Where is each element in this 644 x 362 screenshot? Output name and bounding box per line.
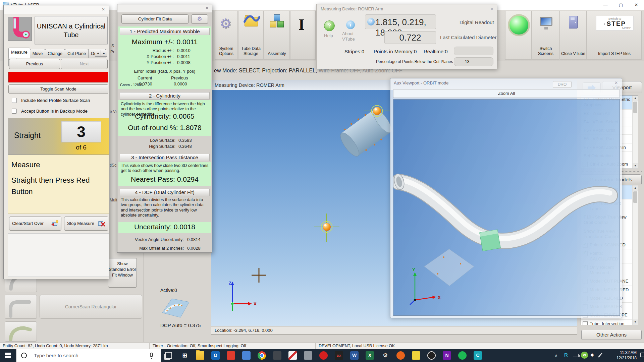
checkbox-icon[interactable] bbox=[12, 109, 17, 114]
import-step-button[interactable]: Switch to STEP MODE Import STEP files bbox=[587, 11, 642, 60]
vector-uncertainty-value: 0.0814 bbox=[187, 237, 201, 242]
show-standard-error-button[interactable]: Show Standard Error Fit Window bbox=[108, 258, 137, 288]
checkbox-icon[interactable] bbox=[12, 98, 17, 103]
empty-panel bbox=[8, 233, 109, 277]
tray-r-app-icon[interactable]: R bbox=[564, 352, 568, 358]
battery-icon[interactable] bbox=[573, 354, 579, 357]
tab-scroll-right-icon[interactable]: ► bbox=[101, 50, 107, 57]
model-list-item[interactable]: Tube: Intersection Points bbox=[581, 320, 632, 325]
assembly-button[interactable]: Assembly bbox=[264, 11, 290, 60]
close-icon[interactable]: ✕ bbox=[614, 80, 618, 85]
action-center-icon[interactable] bbox=[640, 353, 644, 357]
zoom-all-button[interactable]: Zoom All bbox=[393, 89, 620, 98]
obs-icon[interactable] bbox=[427, 351, 436, 360]
cornerscan-rectangular-button[interactable]: CornerScan Rectangular bbox=[40, 295, 142, 319]
excel-icon[interactable]: X bbox=[366, 351, 374, 360]
pen-icon[interactable] bbox=[598, 353, 602, 358]
system-options-button[interactable]: ⚙ System Options bbox=[215, 11, 238, 60]
accept-backup-mode-checkbox[interactable]: Accept Button is in Backup Mode bbox=[9, 108, 108, 115]
cylinder-fit-titlebar[interactable]: ✕ bbox=[117, 4, 212, 12]
scrollbar[interactable]: ▲▼ bbox=[632, 96, 638, 169]
status-bar: Entity Count: 82, Undo Count: 0, Undo Me… bbox=[0, 343, 644, 349]
low-surface-value: 0.3583 bbox=[178, 138, 192, 143]
gray-app-icon[interactable] bbox=[304, 351, 312, 360]
tab[interactable]: Move bbox=[30, 49, 46, 58]
empty-readout-field bbox=[454, 57, 493, 66]
start-button[interactable] bbox=[0, 349, 16, 362]
close-vtube-button[interactable]: Close VTube bbox=[560, 11, 587, 60]
info-icon[interactable]: i bbox=[346, 20, 355, 29]
cylinder-fit-data-button[interactable]: Cylinder Fit Data bbox=[121, 14, 189, 24]
settings-gear-icon[interactable]: ⚙ bbox=[191, 14, 208, 24]
file-explorer-icon[interactable] bbox=[196, 351, 204, 360]
previous-button[interactable]: Previous bbox=[9, 59, 60, 69]
help-icon[interactable]: ? bbox=[324, 20, 335, 31]
tab-scroll-left-icon[interactable]: ◄ bbox=[95, 50, 101, 57]
red-app-icon[interactable] bbox=[227, 351, 235, 360]
scroll-down-icon[interactable]: ▼ bbox=[633, 163, 638, 169]
scroll-down-icon[interactable]: ▼ bbox=[633, 319, 638, 325]
close-icon[interactable]: ✕ bbox=[102, 7, 105, 12]
switch-screens-button[interactable]: Switch Screens bbox=[532, 11, 559, 60]
code-app-icon[interactable]: C bbox=[474, 351, 482, 360]
clear-start-over-button[interactable]: Clear/Start Over bbox=[9, 217, 61, 231]
spotify-icon[interactable] bbox=[458, 351, 467, 360]
axis-z-label: Z bbox=[229, 281, 231, 286]
blue-app-icon[interactable] bbox=[242, 351, 251, 360]
license-status: DEVELOPMENT, Local USB License OK bbox=[319, 344, 395, 348]
dark-app-icon[interactable] bbox=[273, 351, 281, 360]
dropbox-icon[interactable]: ◆ bbox=[590, 352, 594, 357]
stop-measure-button[interactable]: Stop Measure bbox=[64, 217, 108, 231]
tab[interactable]: Cut Plane bbox=[65, 49, 89, 58]
clock-datetime[interactable]: 11:32 AM 12/21/2018 bbox=[606, 350, 637, 361]
aux-3d-canvas[interactable]: Y X bbox=[393, 99, 620, 316]
close-icon[interactable]: ✕ bbox=[490, 7, 493, 11]
scan-mode-icon-tile[interactable] bbox=[5, 321, 37, 342]
diameter-readout-value: 0.722 bbox=[384, 31, 436, 44]
settings-icon[interactable]: ⚙ bbox=[381, 351, 389, 360]
entity-count-status: Entity Count: 82, Undo Count: 0, Undo Me… bbox=[3, 344, 108, 348]
cornerscan-icon-tile[interactable] bbox=[5, 295, 37, 319]
tray-chevron-icon[interactable]: ∧ bbox=[555, 353, 557, 358]
store-icon[interactable]: ⊞ bbox=[180, 351, 189, 360]
uniscan-titlebar[interactable]: ✕ bbox=[4, 5, 109, 14]
toggle-scan-mode-button[interactable]: Toggle Scan Mode bbox=[8, 84, 108, 94]
tab[interactable]: Measure bbox=[8, 48, 30, 58]
step-number: 3 bbox=[61, 121, 101, 142]
webroot-icon[interactable]: w bbox=[581, 352, 588, 359]
device-status-button[interactable] bbox=[505, 11, 532, 60]
dx-icon[interactable]: DX bbox=[335, 351, 343, 360]
outlook-icon[interactable]: O bbox=[211, 351, 220, 360]
section4-header: 4 - DCF (Dual Cylinder Fit) bbox=[120, 189, 210, 196]
include-bend-profile-checkbox[interactable]: Include Bend Profile Surface Scan bbox=[9, 97, 108, 105]
minimize-button[interactable]: — bbox=[598, 0, 613, 10]
record-icon[interactable] bbox=[319, 351, 328, 360]
maximize-button[interactable]: ▢ bbox=[613, 0, 629, 10]
pencil-app-icon[interactable] bbox=[288, 351, 297, 360]
next-button[interactable]: Next bbox=[61, 59, 108, 69]
scroll-up-icon[interactable]: ▲ bbox=[633, 96, 638, 101]
other-actions-button[interactable]: Other Actions bbox=[581, 330, 642, 340]
nearest-pass-value: Nearest Pass: 0.0294 bbox=[118, 175, 211, 183]
cylinder-model bbox=[336, 105, 395, 160]
chrome-icon[interactable] bbox=[258, 351, 266, 360]
sticky-notes-icon[interactable] bbox=[412, 351, 420, 360]
word-icon[interactable]: W bbox=[350, 351, 359, 360]
time-label: 11:32 AM bbox=[606, 350, 637, 356]
tab[interactable]: Change bbox=[45, 49, 65, 58]
scrollbar[interactable]: ▲▼ bbox=[632, 185, 638, 325]
scroll-up-icon[interactable]: ▲ bbox=[633, 185, 638, 191]
close-icon[interactable]: ✕ bbox=[205, 6, 209, 10]
text-cursor-button[interactable]: I bbox=[290, 11, 316, 60]
dcp-auto-label: DCP Auto = 0.375 bbox=[160, 322, 201, 328]
scan-preview-thumbnail bbox=[160, 295, 191, 321]
tube-data-storage-button[interactable]: Tube Data Storage bbox=[238, 11, 264, 60]
task-view-icon[interactable] bbox=[165, 352, 172, 359]
firefox-icon[interactable] bbox=[396, 351, 405, 360]
microphone-icon[interactable] bbox=[150, 353, 153, 357]
taskbar-search-input[interactable]: Type here to search bbox=[16, 349, 161, 362]
dro-button[interactable]: DRO bbox=[553, 81, 572, 88]
onenote-icon[interactable]: N bbox=[443, 351, 451, 360]
close-button[interactable]: ✕ bbox=[629, 0, 644, 10]
green-status-sphere-icon bbox=[509, 16, 528, 35]
